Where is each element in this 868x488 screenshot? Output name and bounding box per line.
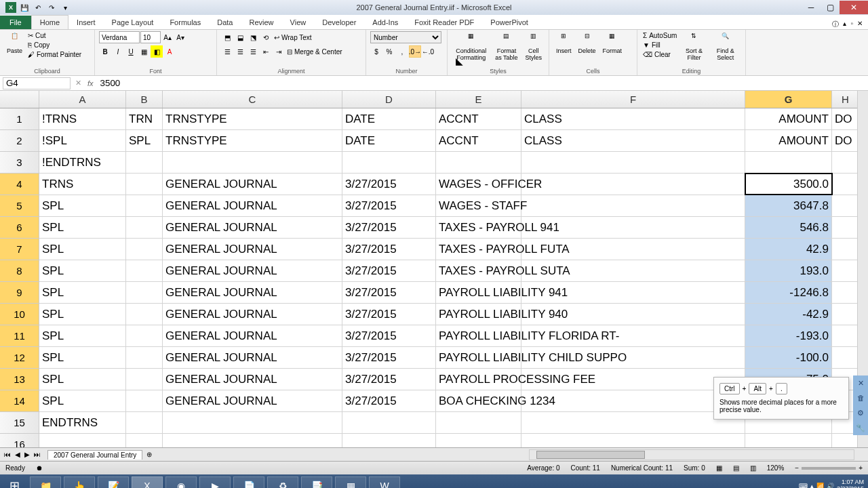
cell-D11[interactable]: 3/27/2015 [342, 325, 436, 346]
cell-D7[interactable]: 3/27/2015 [342, 239, 436, 260]
cell-A1[interactable]: !TRNS [39, 108, 126, 129]
underline-button[interactable]: U [125, 45, 137, 58]
cell-B9[interactable] [126, 282, 163, 303]
cell-C9[interactable]: GENERAL JOURNAL [163, 282, 342, 303]
cell-G16[interactable] [745, 434, 832, 447]
cell-H11[interactable] [832, 325, 859, 346]
cell-C11[interactable]: GENERAL JOURNAL [163, 325, 342, 346]
file-tab[interactable]: File [0, 16, 31, 29]
taskbar-word[interactable]: W [369, 476, 400, 488]
tab-data[interactable]: Data [209, 16, 241, 29]
column-header-E[interactable]: E [436, 91, 521, 108]
cell-A16[interactable] [39, 434, 126, 447]
cell-D6[interactable]: 3/27/2015 [342, 217, 436, 238]
close-workbook-icon[interactable]: ✕ [857, 20, 863, 29]
maximize-button[interactable]: ▢ [821, 1, 840, 14]
cell-H2[interactable]: DO [832, 130, 859, 151]
row-header-8[interactable]: 8 [0, 260, 39, 282]
cell-E6[interactable]: TAXES - PAYROLL 941 [436, 217, 521, 238]
tray-network-icon[interactable]: 📶 [816, 483, 824, 488]
zoom-slider[interactable] [802, 467, 856, 470]
cell-A11[interactable]: SPL [39, 325, 126, 346]
cancel-formula-icon[interactable]: ✕ [73, 79, 83, 87]
cell-F16[interactable] [521, 434, 745, 447]
increase-font-icon[interactable]: A▴ [161, 31, 174, 43]
macro-record-icon[interactable]: ⏺ [36, 464, 43, 472]
cell-F11[interactable] [521, 325, 745, 346]
cell-D4[interactable]: 3/27/2015 [342, 174, 436, 195]
cell-G7[interactable]: 42.9 [745, 239, 832, 260]
cell-C12[interactable]: GENERAL JOURNAL [163, 347, 342, 368]
row-header-2[interactable]: 2 [0, 130, 39, 152]
cell-B7[interactable] [126, 239, 163, 260]
cell-A3[interactable]: !ENDTRNS [39, 152, 126, 173]
tray-clock[interactable]: 1:07 AM 3/27/2015 [837, 479, 864, 488]
cell-E9[interactable]: PAYROLL LIABILITY 941 [436, 282, 521, 303]
cell-E15[interactable] [436, 412, 521, 433]
cell-D2[interactable]: DATE [342, 130, 436, 151]
row-header-3[interactable]: 3 [0, 152, 39, 174]
cell-E5[interactable]: WAGES - STAFF [436, 195, 521, 216]
bold-button[interactable]: B [99, 45, 111, 58]
taskbar-app2[interactable]: 📄 [233, 476, 264, 488]
cell-D5[interactable]: 3/27/2015 [342, 195, 436, 216]
help-icon[interactable]: ⓘ [832, 20, 839, 29]
cell-C16[interactable] [163, 434, 342, 447]
cell-F9[interactable] [521, 282, 745, 303]
cell-C14[interactable]: GENERAL JOURNAL [163, 390, 342, 411]
minimize-button[interactable]: ─ [802, 1, 821, 14]
cell-A4[interactable]: TRNS [39, 174, 126, 195]
number-format-select[interactable]: Number [370, 31, 441, 43]
taskbar-app5[interactable]: ▦ [335, 476, 366, 488]
new-sheet-icon[interactable]: ⊕ [146, 451, 152, 458]
column-header-A[interactable]: A [39, 91, 126, 108]
cell-F2[interactable]: CLASS [521, 130, 745, 151]
cell-B3[interactable] [126, 152, 163, 173]
cell-F1[interactable]: CLASS [521, 108, 745, 129]
cell-E12[interactable]: PAYROLL LIABILITY CHILD SUPPO [436, 347, 521, 368]
align-center-button[interactable]: ☰ [234, 45, 246, 58]
format-painter-button[interactable]: 🖌Format Painter [26, 50, 83, 59]
minimize-ribbon-icon[interactable]: ▴ [843, 20, 846, 29]
font-name-input[interactable] [99, 31, 140, 43]
cell-D10[interactable]: 3/27/2015 [342, 304, 436, 325]
percent-button[interactable]: % [383, 45, 395, 58]
close-button[interactable]: ✕ [840, 1, 868, 14]
cell-C10[interactable]: GENERAL JOURNAL [163, 304, 342, 325]
restore-window-icon[interactable]: ▫ [850, 20, 853, 29]
fx-icon[interactable]: fx [83, 79, 98, 87]
cell-E14[interactable]: BOA CHECKING 1234 [436, 390, 521, 411]
row-header-5[interactable]: 5 [0, 195, 39, 217]
row-header-6[interactable]: 6 [0, 217, 39, 239]
tab-foxit[interactable]: Foxit Reader PDF [406, 16, 482, 29]
cell-A2[interactable]: !SPL [39, 130, 126, 151]
decrease-indent-button[interactable]: ⇤ [260, 45, 272, 58]
cell-D15[interactable] [342, 412, 436, 433]
cell-C8[interactable]: GENERAL JOURNAL [163, 260, 342, 281]
cell-G12[interactable]: -100.0 [745, 347, 832, 368]
delete-cells-button[interactable]: ⊟Delete [576, 31, 599, 56]
tray-sound-icon[interactable]: 🔊 [827, 483, 834, 488]
cell-H12[interactable] [832, 347, 859, 368]
cell-H9[interactable] [832, 282, 859, 303]
align-left-button[interactable]: ☰ [221, 45, 233, 58]
cell-B15[interactable] [126, 412, 163, 433]
cell-D8[interactable]: 3/27/2015 [342, 260, 436, 281]
cell-G4[interactable]: 3500.0 [745, 174, 832, 195]
cell-H16[interactable] [832, 434, 859, 447]
cell-G6[interactable]: 546.8 [745, 217, 832, 238]
cell-A7[interactable]: SPL [39, 239, 126, 260]
cell-D13[interactable]: 3/27/2015 [342, 369, 436, 390]
cell-D16[interactable] [342, 434, 436, 447]
font-color-button[interactable]: A [163, 45, 176, 58]
start-button[interactable]: ⊞ [0, 474, 28, 488]
tab-addins[interactable]: Add-Ins [364, 16, 406, 29]
column-header-C[interactable]: C [163, 91, 342, 108]
decrease-decimal-button[interactable]: ←.0 [422, 45, 434, 58]
align-bottom-button[interactable]: ⬔ [247, 31, 259, 43]
cell-G8[interactable]: 193.0 [745, 260, 832, 281]
cell-F12[interactable] [521, 347, 745, 368]
taskbar-app4[interactable]: 📑 [301, 476, 332, 488]
clear-button[interactable]: ⌫Clear [642, 50, 678, 59]
column-header-G[interactable]: G [745, 91, 832, 108]
